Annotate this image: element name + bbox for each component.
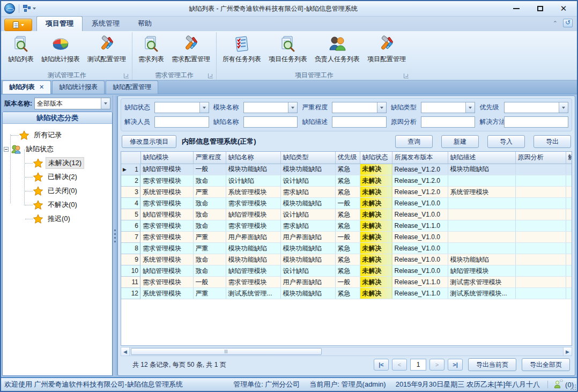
import-button[interactable]: 导入: [487, 135, 525, 148]
table-cell[interactable]: 需求缺陷: [280, 220, 335, 232]
export-button[interactable]: 导出: [533, 135, 571, 148]
cause-analysis-field[interactable]: [421, 116, 476, 128]
page-number-input[interactable]: 1: [410, 359, 426, 371]
table-cell[interactable]: 一般: [335, 198, 360, 209]
table-cell[interactable]: [566, 175, 572, 187]
row-header[interactable]: 11: [121, 277, 140, 288]
table-cell[interactable]: 缺陷管理模块: [140, 164, 193, 175]
collapse-ribbon-icon[interactable]: ⌃: [553, 20, 558, 27]
table-cell[interactable]: 致命: [193, 175, 226, 187]
table-cell[interactable]: [515, 243, 566, 254]
row-header[interactable]: 6: [121, 220, 140, 232]
maximize-button[interactable]: [534, 3, 546, 14]
dropdown-button[interactable]: [101, 98, 110, 109]
table-cell[interactable]: [515, 187, 566, 198]
table-cell[interactable]: Release_V1.2.0: [392, 164, 448, 175]
defect-name-input[interactable]: [244, 117, 298, 127]
table-cell[interactable]: [515, 164, 566, 175]
table-cell[interactable]: [515, 209, 566, 220]
dropdown-button[interactable]: [377, 102, 386, 113]
table-cell[interactable]: Release_V1.0.0: [392, 254, 448, 265]
table-cell[interactable]: [566, 243, 572, 254]
scroll-right-icon[interactable]: ▶: [563, 347, 572, 356]
tree-item-unresolved[interactable]: 未解决(12): [4, 156, 111, 170]
splitter-handle[interactable]: [113, 95, 117, 376]
row-header[interactable]: ▶1: [121, 164, 140, 175]
table-cell[interactable]: [515, 265, 566, 277]
table-cell[interactable]: [566, 265, 572, 277]
ribbon-item-project-tasks[interactable]: 项目任务列表: [265, 33, 311, 65]
table-cell[interactable]: 未解决: [360, 209, 392, 220]
table-cell[interactable]: [515, 175, 566, 187]
table-cell[interactable]: Release_V1.2.0: [392, 187, 448, 198]
table-cell[interactable]: 测试需求管理模块: [448, 277, 515, 288]
table-cell[interactable]: [566, 220, 572, 232]
messages-icon[interactable]: [554, 381, 563, 388]
ribbon-item-owner-tasks[interactable]: 负责人任务列表: [311, 33, 364, 65]
next-page-button[interactable]: >: [429, 359, 444, 371]
table-cell[interactable]: 致命: [193, 254, 226, 265]
table-cell[interactable]: 一般: [193, 277, 226, 288]
module-name-select[interactable]: [243, 102, 298, 113]
table-cell[interactable]: [566, 198, 572, 209]
table-cell[interactable]: 紧急: [335, 209, 360, 220]
table-row[interactable]: 8需求管理模块严重模块功能缺陷模块功能缺陷紧急未解决Release_V1.0.0: [121, 243, 572, 254]
table-cell[interactable]: 需求缺陷: [280, 187, 335, 198]
defect-status-input[interactable]: [155, 102, 199, 113]
export-all-pages-button[interactable]: 导出全部页: [522, 358, 570, 371]
table-cell[interactable]: [515, 288, 566, 299]
scrollbar-thumb[interactable]: [131, 348, 322, 355]
table-cell[interactable]: [515, 277, 566, 288]
scrollbar-track[interactable]: [130, 347, 563, 356]
export-current-page-button[interactable]: 导出当前页: [468, 358, 516, 371]
table-cell[interactable]: 需求管理模块: [140, 232, 193, 243]
table-cell[interactable]: 需求管理模块: [226, 220, 280, 232]
ribbon-item-test-config[interactable]: 测试配置管理: [84, 33, 130, 65]
column-header[interactable]: 优先级: [335, 152, 360, 164]
row-header[interactable]: 8: [121, 243, 140, 254]
table-cell[interactable]: 模块功能缺陷: [448, 254, 515, 265]
first-page-button[interactable]: |<: [374, 359, 389, 371]
row-header[interactable]: 10: [121, 265, 140, 277]
table-cell[interactable]: 紧急: [335, 187, 360, 198]
table-cell[interactable]: 严重: [193, 187, 226, 198]
table-cell[interactable]: [448, 175, 515, 187]
table-cell[interactable]: 需求管理模块: [140, 277, 193, 288]
table-cell[interactable]: 严重: [193, 243, 226, 254]
resolver-input[interactable]: [155, 117, 209, 127]
table-cell[interactable]: Release_V1.0.0: [392, 243, 448, 254]
table-cell[interactable]: 致命: [193, 209, 226, 220]
table-cell[interactable]: 测试系统管理模块...: [448, 288, 515, 299]
table-cell[interactable]: 模块功能缺陷: [280, 254, 335, 265]
table-cell[interactable]: 未解决: [360, 254, 392, 265]
tree-item-defect-status[interactable]: 缺陷状态: [4, 142, 111, 156]
help-icon[interactable]: [563, 19, 573, 27]
table-cell[interactable]: 未解决: [360, 198, 392, 209]
table-cell[interactable]: 需求管理模块: [140, 198, 193, 209]
ribbon-item-defect-report[interactable]: 缺陷统计报表: [38, 33, 84, 65]
column-header[interactable]: 原因分析: [515, 152, 566, 164]
row-header[interactable]: 5: [121, 209, 140, 220]
tree-item-closed[interactable]: 已关闭(0): [4, 184, 111, 198]
table-row[interactable]: 6需求管理模块致命需求管理模块需求缺陷紧急未解决Release_V1.1.0: [121, 220, 572, 232]
defect-name-field[interactable]: [243, 116, 298, 128]
table-cell[interactable]: Release_V1.1.0: [392, 288, 448, 299]
table-cell[interactable]: 需求管理模块: [140, 175, 193, 187]
severity-input[interactable]: [332, 102, 377, 113]
table-cell[interactable]: 未解决: [360, 175, 392, 187]
ribbon-tab-help[interactable]: 帮助: [129, 16, 161, 31]
table-cell[interactable]: 模块功能缺陷: [280, 164, 335, 175]
table-cell[interactable]: 测试系统管理...: [226, 288, 280, 299]
table-cell[interactable]: 未解决: [360, 277, 392, 288]
quick-access-toolbar[interactable]: [23, 5, 36, 12]
table-cell[interactable]: Release_V1.1.0: [392, 277, 448, 288]
dropdown-button[interactable]: [288, 102, 297, 113]
table-cell[interactable]: 模块功能缺陷: [280, 288, 335, 299]
doc-tab-defect-report[interactable]: 缺陷统计报表: [52, 80, 105, 94]
column-header[interactable]: 缺陷模块: [140, 152, 193, 164]
table-row[interactable]: 10缺陷管理模块致命缺陷管理模块设计缺陷紧急未解决Release_V1.0.0缺…: [121, 265, 572, 277]
table-cell[interactable]: 严重: [193, 288, 226, 299]
table-cell[interactable]: 缺陷管理模块: [226, 265, 280, 277]
table-cell[interactable]: 未解决: [360, 164, 392, 175]
table-cell[interactable]: [448, 209, 515, 220]
